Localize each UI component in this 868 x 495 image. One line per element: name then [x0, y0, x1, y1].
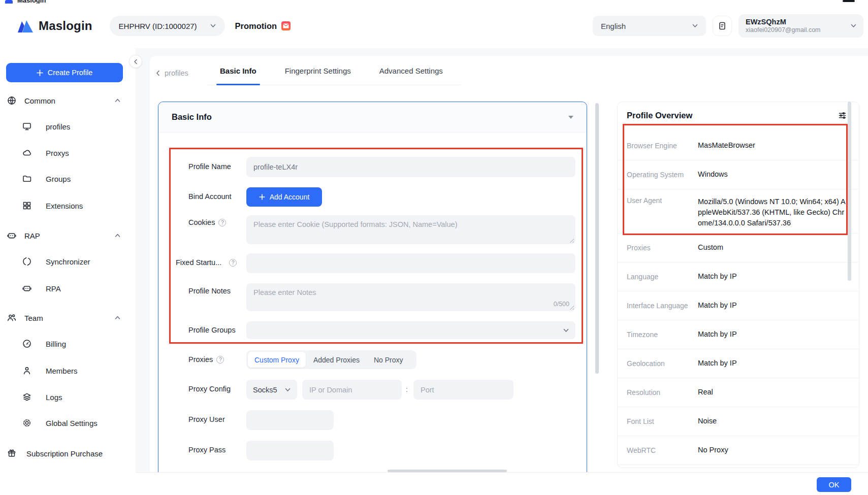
maslogin-app: Maslogin Maslogin EHPHRV (ID:1000027) Pr…: [0, 0, 868, 495]
proxy-option-added-proxies[interactable]: Added Proxies: [307, 352, 366, 368]
overview-label: Interface Language: [627, 302, 698, 310]
collapse-caret-icon[interactable]: [568, 116, 573, 119]
tab-basic-info[interactable]: Basic Info: [217, 56, 259, 85]
sidebar-item-label: RPA: [46, 284, 61, 293]
plus-icon: [259, 194, 265, 200]
footer-bar: OK: [136, 472, 868, 495]
overview-row-user-agent: User Agent Mozilla/5.0 (Windows NT 10.0;…: [618, 189, 859, 234]
sidebar-item-groups[interactable]: Groups: [0, 169, 136, 189]
ok-button[interactable]: OK: [817, 477, 851, 492]
brand-logo[interactable]: Maslogin: [17, 19, 92, 33]
brand-name: Maslogin: [39, 19, 92, 33]
overview-row-language: Language Match by IP: [618, 262, 859, 291]
add-account-button[interactable]: Add Account: [246, 187, 322, 207]
team-icon: [7, 313, 16, 322]
sidebar-section-label: Team: [24, 314, 43, 322]
proxy-option-no-proxy[interactable]: No Proxy: [367, 352, 410, 368]
grid-icon: [22, 201, 31, 210]
sidebar-item-label: Subscription Purchase: [26, 449, 103, 458]
proxies-label-text: Proxies: [188, 355, 213, 364]
sidebar-item-synchronizer[interactable]: Synchronizer: [0, 251, 136, 272]
sidebar-collapse-button[interactable]: [129, 55, 142, 68]
profile-groups-select[interactable]: [246, 321, 575, 339]
globe-icon: [7, 96, 16, 105]
sidebar-section-rap[interactable]: RAP: [0, 225, 136, 246]
sidebar-item-subscription-purchase[interactable]: Subscription Purchase: [0, 443, 136, 464]
proxy-protocol-value: Socks5: [253, 386, 277, 394]
sync-icon: [22, 257, 31, 266]
account-menu[interactable]: EWzSQhzM xiaofei020907@gmail.com: [738, 14, 863, 38]
create-profile-button[interactable]: Create Profile: [6, 63, 123, 82]
profile-overview-title: Profile Overview: [627, 111, 692, 120]
basic-info-card: Basic Info Profile Name Bind Account: [158, 102, 587, 472]
sidebar-section-team[interactable]: Team: [0, 308, 136, 328]
proxy-port-input[interactable]: [413, 380, 513, 400]
sidebar-item-global-settings[interactable]: Global Settings: [0, 413, 136, 433]
fixed-startup-input[interactable]: [246, 253, 575, 273]
proxy-ip-input[interactable]: [302, 380, 402, 400]
overview-label: Font List: [627, 417, 698, 425]
main-content: profiles Basic Info Fingerprint Settings…: [136, 48, 868, 495]
overview-label: Geolocation: [627, 359, 698, 368]
card-vertical-scrollbar[interactable]: [595, 103, 599, 374]
sidebar-item-label: Proxys: [46, 149, 69, 157]
language-selector[interactable]: English: [593, 16, 706, 36]
cloud-icon: [22, 148, 31, 157]
chevron-left-icon: [156, 70, 160, 76]
proxies-label: Proxies ?: [188, 355, 224, 364]
overview-label: User Agent: [627, 196, 698, 205]
help-icon[interactable]: ?: [218, 219, 226, 226]
tab-advanced-settings[interactable]: Advanced Settings: [377, 56, 445, 85]
proxy-protocol-select[interactable]: Socks5: [246, 380, 297, 400]
chevron-down-icon: [692, 24, 698, 28]
overview-value: Custom: [698, 242, 723, 253]
cookies-textarea[interactable]: [246, 215, 575, 244]
profile-notes-textarea[interactable]: [246, 283, 575, 311]
overview-label: Timezone: [627, 331, 698, 339]
overview-value: Match by IP: [698, 271, 737, 282]
breadcrumb-back[interactable]: profiles: [156, 69, 188, 77]
proxy-pass-input[interactable]: [246, 441, 334, 460]
profile-name-input[interactable]: [246, 157, 575, 177]
sidebar-item-members[interactable]: Members: [0, 360, 136, 381]
proxy-option-custom-proxy[interactable]: Custom Proxy: [248, 352, 306, 368]
overview-row-font-list: Font List Noise: [618, 407, 859, 436]
profile-overview-panel: Profile Overview Browser Engine MasMateB…: [617, 102, 859, 468]
sidebar-item-label: Synchronizer: [46, 257, 90, 266]
sidebar-section-common[interactable]: Common: [0, 90, 136, 111]
sidebar-item-logs[interactable]: Logs: [0, 387, 136, 407]
create-profile-label: Create Profile: [48, 69, 93, 77]
profile-groups-label: Profile Groups: [188, 326, 236, 334]
sidebar-item-billing[interactable]: Billing: [0, 334, 136, 354]
tab-fingerprint-settings[interactable]: Fingerprint Settings: [282, 56, 353, 85]
help-icon[interactable]: ?: [216, 356, 224, 364]
sidebar-section-label: RAP: [24, 232, 40, 240]
sidebar-section-label: Common: [24, 96, 55, 105]
sidebar-item-profiles[interactable]: profiles: [0, 116, 136, 137]
overview-label: Language: [627, 273, 698, 281]
overview-value: Real: [698, 387, 713, 398]
workspace-selector[interactable]: EHPHRV (ID:1000027): [110, 16, 225, 36]
overview-row-resolution: Resolution Real: [618, 378, 859, 407]
notes-counter: 0/500: [554, 301, 569, 308]
sidebar-item-proxys[interactable]: Proxys: [0, 143, 136, 163]
cookies-label: Cookies ?: [188, 218, 226, 226]
sidebar-item-extensions[interactable]: Extensions: [0, 195, 136, 216]
chevron-down-icon: [210, 24, 216, 28]
profile-overview-header: Profile Overview: [618, 102, 859, 128]
overview-row-geolocation: Geolocation Match by IP: [618, 349, 859, 378]
overview-value: MasMateBrowser: [698, 140, 755, 151]
promotion-link[interactable]: Promotion: [235, 21, 291, 31]
filter-settings-icon[interactable]: [838, 111, 847, 120]
proxy-user-label: Proxy User: [188, 415, 225, 423]
browser-tab-favicon-icon: [5, 0, 13, 4]
fixed-startup-label: Fixed Startu... ?: [176, 258, 237, 267]
document-icon-button[interactable]: [713, 16, 732, 36]
breadcrumb-label: profiles: [165, 69, 188, 77]
cookies-label-text: Cookies: [188, 218, 215, 226]
help-icon[interactable]: ?: [229, 259, 237, 267]
sidebar-item-rpa[interactable]: RPA: [0, 278, 136, 299]
sidebar-item-label: Groups: [46, 175, 71, 183]
proxy-user-input[interactable]: [246, 410, 334, 430]
overview-vertical-scrollbar[interactable]: [848, 102, 851, 281]
